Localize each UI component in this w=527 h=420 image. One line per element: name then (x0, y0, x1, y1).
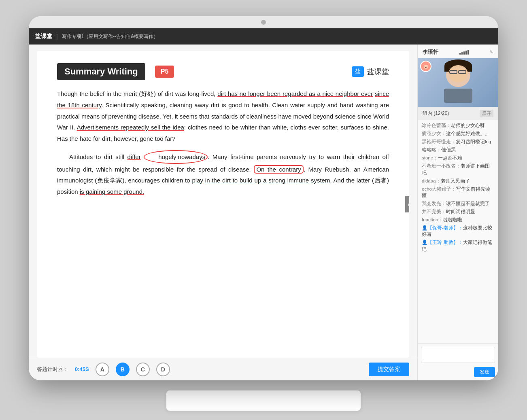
navbar-divider: | (56, 33, 58, 40)
msg-user-4: 略略略： (422, 147, 441, 152)
msg-user-3: 黑袍哥哥慢走： (422, 139, 456, 144)
chat-message-8: echo大猪蹄子：写作文前得先读懂 (422, 186, 494, 199)
paragraph-2: Attitudes to dirt still differ hugely no… (57, 150, 389, 197)
timer-value: 0:45S (75, 366, 89, 372)
annotation-play: play in the dirt to build up a strong im… (192, 177, 330, 184)
msg-user-12: 👤【保哥-老师】： (422, 225, 463, 230)
chat-message-1: 冰冷色蕾菡：老师的少女心呀 (422, 122, 494, 129)
logo-text: 盐课堂 (367, 67, 389, 76)
breadcrumb: 写作专项1（应用文写作--告知信&概要写作） (62, 33, 159, 40)
logo-icon: 盐 (352, 66, 364, 77)
slide-title-box: Summary Writing (57, 63, 145, 80)
chat-messages: 冰冷色蕾菡：老师的少女心呀 病态少女：这个感觉好难做。。 黑袍哥哥慢走：复习岳阳… (418, 120, 498, 343)
signal-bar-2 (461, 52, 463, 55)
chat-message-9: 我会发光：读不懂是不是就完了 (422, 200, 494, 207)
msg-user-9: 我会发光： (422, 201, 446, 206)
chat-header: 李语轩 ✎ (418, 45, 498, 58)
teacher-head (446, 63, 470, 87)
chat-message-7: didaaa：老师又见画了 (422, 178, 494, 184)
device-frame: 盐课堂 | 写作专项1（应用文写作--告知信&概要写作） Summary Wri… (29, 16, 498, 380)
chat-message-13: 👤【王玲-助教】：大家记得做笔记 (422, 239, 494, 252)
slide-panel: Summary Writing P5 盐 盐课堂 Though the beli… (29, 45, 417, 380)
teacher-torso (444, 89, 472, 103)
slide-title: Summary Writing (64, 66, 138, 76)
slide-header: Summary Writing P5 盐 盐课堂 (57, 63, 389, 80)
chat-panel: 李语轩 ✎ 🐷 (417, 45, 498, 380)
annotation-hugely: hugely nowadays (144, 150, 208, 164)
signal-bar-1 (459, 53, 461, 55)
teacher-video: 🐷 (418, 58, 498, 107)
annotation-gaining: is gaining some ground. (80, 188, 144, 195)
teacher-glasses (449, 70, 467, 74)
msg-user-6: 不考班一不改名： (422, 163, 461, 168)
signal-bar-4 (465, 51, 467, 55)
msg-user-5: stone： (422, 155, 438, 160)
timer-label: 答题计时器： (37, 366, 68, 373)
device-top-bar (29, 16, 498, 28)
paragraph-1: Though the belief in the merit (好处) of d… (57, 88, 389, 144)
group-header: 组内 (12/20) 展开 (418, 107, 498, 120)
taskbar (166, 390, 361, 411)
annotation-differ: differ (128, 153, 141, 160)
chat-message-2: 病态少女：这个感觉好难做。。 (422, 130, 494, 137)
video-avatar: 🐷 (420, 61, 431, 72)
chat-message-4: 略略略：佳佳黑 (422, 146, 494, 153)
teacher-figure (444, 63, 472, 103)
chat-message-3: 黑袍哥哥慢走：复习岳阳楼记lng (422, 138, 494, 145)
msg-user-2: 病态少女： (422, 131, 446, 136)
bottom-area (29, 380, 498, 420)
chat-input-area: 发送 (418, 343, 498, 380)
msg-user-13: 👤【王玲-助教】： (422, 240, 463, 245)
signal-bars (459, 50, 469, 55)
send-button[interactable]: 发送 (474, 367, 495, 377)
edit-icon[interactable]: ✎ (489, 49, 493, 55)
chat-message-10: 并不完美：时间词很明显 (422, 208, 494, 215)
option-c[interactable]: C (136, 363, 150, 376)
answer-bar: 答题计时器： 0:45S A B C D 提交答案 (29, 358, 417, 380)
expand-button[interactable]: 展开 (480, 110, 493, 117)
annotation-contrary: On the contrary (254, 165, 303, 174)
slide-body: Though the belief in the merit (好处) of d… (57, 88, 389, 197)
chat-message-6: 不考班一不改名：老师讲下画图吧 (422, 163, 494, 176)
chat-message-5: stone：一点都不难 (422, 155, 494, 161)
msg-user-7: didaaa： (422, 178, 441, 183)
chat-message-12: 👤【保哥-老师】：这种极要比较好写 (422, 225, 494, 238)
msg-user-11: function： (422, 217, 443, 222)
msg-user-1: 冰冷色蕾菡： (422, 123, 451, 128)
main-area: Summary Writing P5 盐 盐课堂 Though the beli… (29, 45, 498, 380)
chat-username: 李语轩 (423, 49, 438, 56)
option-a[interactable]: A (96, 363, 109, 376)
signal-bar-3 (463, 51, 465, 55)
brand-name: 盐课堂 (35, 33, 52, 40)
chat-input[interactable] (421, 347, 495, 363)
option-b[interactable]: B (116, 363, 130, 376)
slide-page: P5 (155, 66, 174, 78)
chat-message-11: function：啦啦啦啦 (422, 216, 494, 223)
option-d[interactable]: D (156, 363, 170, 376)
submit-button[interactable]: 提交答案 (369, 363, 409, 376)
annotation-1: dirt has no longer been regarded as a ni… (217, 90, 373, 97)
msg-user-8: echo大猪蹄子： (422, 187, 456, 191)
slide-next-arrow[interactable]: ► (405, 196, 409, 212)
slide-content: Summary Writing P5 盐 盐课堂 Though the beli… (37, 51, 409, 358)
device-camera (261, 20, 266, 25)
group-label: 组内 (12/20) (423, 110, 449, 117)
navbar: 盐课堂 | 写作专项1（应用文写作--告知信&概要写作） (29, 28, 498, 45)
slide-logo: 盐 盐课堂 (352, 66, 389, 77)
msg-user-10: 并不完美： (422, 209, 446, 214)
signal-bar-5 (468, 50, 469, 55)
annotation-3: Advertisements repeatedly sell the idea (77, 124, 184, 131)
